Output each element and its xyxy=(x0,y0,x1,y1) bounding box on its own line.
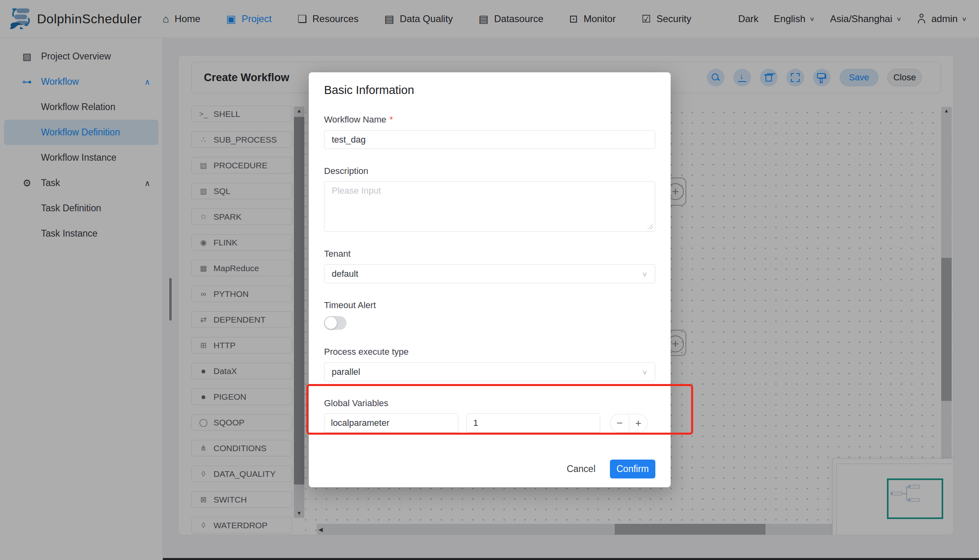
tenant-select[interactable]: default ∨ xyxy=(324,264,655,283)
global-variables-label: Global Variables xyxy=(324,398,655,409)
add-variable-button[interactable]: + xyxy=(629,414,648,433)
workflow-name-box xyxy=(324,130,655,149)
process-execute-type-label: Process execute type xyxy=(324,347,655,357)
process-execute-type-value: parallel xyxy=(332,367,360,377)
field-label-text: Workflow Name xyxy=(324,114,386,125)
timeout-alert-label: Timeout Alert xyxy=(324,300,655,311)
process-execute-type-select[interactable]: parallel ∨ xyxy=(324,362,655,381)
global-variable-key-box xyxy=(324,413,458,433)
workflow-name-input[interactable] xyxy=(332,135,648,145)
global-variable-key-input[interactable] xyxy=(331,418,452,428)
description-label: Description xyxy=(324,166,655,176)
dolphinscheduler-app: DolphinScheduler ⌂ Home ▣ Project ❏ Reso… xyxy=(0,0,979,560)
resize-grip-icon[interactable] xyxy=(647,224,653,229)
tenant-label: Tenant xyxy=(324,249,655,259)
timeout-alert-toggle[interactable] xyxy=(324,316,347,330)
description-textarea[interactable] xyxy=(332,186,648,227)
modal-title: Basic Information xyxy=(324,84,655,97)
chevron-down-icon: ∨ xyxy=(642,270,648,278)
global-variables-row: − + xyxy=(324,413,655,433)
basic-information-modal: Basic Information Workflow Name * Descri… xyxy=(309,72,671,487)
global-variable-stepper: − + xyxy=(610,414,648,433)
global-variable-value-box xyxy=(466,413,600,433)
remove-variable-button[interactable]: − xyxy=(610,414,629,433)
modal-footer: Cancel Confirm xyxy=(566,460,655,478)
workflow-name-label: Workflow Name * xyxy=(324,114,655,125)
global-variable-value-input[interactable] xyxy=(473,418,593,428)
toggle-knob xyxy=(325,317,337,329)
description-box xyxy=(324,181,655,232)
cancel-button[interactable]: Cancel xyxy=(566,464,595,474)
tenant-value: default xyxy=(332,269,358,279)
chevron-down-icon: ∨ xyxy=(642,368,648,376)
required-mark: * xyxy=(390,114,393,125)
confirm-button[interactable]: Confirm xyxy=(610,460,655,478)
